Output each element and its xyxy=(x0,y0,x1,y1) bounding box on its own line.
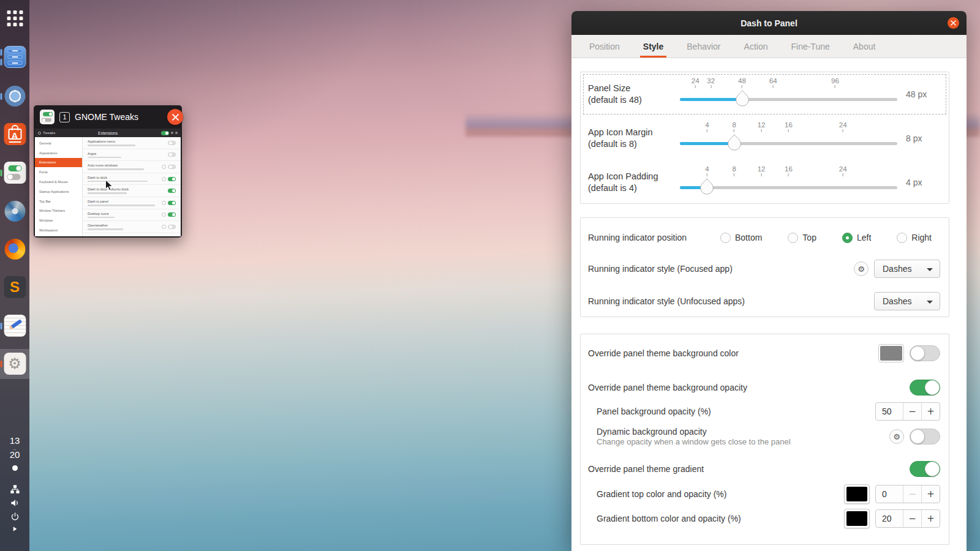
panel-size-row: Panel Size (default is 48) 2432486496 48… xyxy=(581,72,949,116)
slider-track[interactable] xyxy=(680,142,897,145)
radio-icon xyxy=(897,233,907,243)
volume-icon[interactable] xyxy=(10,498,20,508)
gradient-top-color-swatch[interactable] xyxy=(844,484,870,504)
gradient-bottom-spinner[interactable]: 20 − + xyxy=(875,509,940,528)
tweaks-sidebar: GeneralAppearanceExtensionsFontsKeyboard… xyxy=(35,137,83,236)
panel-opacity-spinner[interactable]: 50 − + xyxy=(875,402,940,421)
window-count-badge: 1 xyxy=(59,112,70,122)
app-icon-padding-label: App Icon Padding xyxy=(588,171,680,182)
mini-toggle xyxy=(168,225,176,229)
panel-size-slider[interactable]: 2432486496 xyxy=(680,72,897,116)
mini-toggle xyxy=(168,201,176,205)
tweaks-sidebar-item: General xyxy=(35,138,82,148)
slider-tick: 12 xyxy=(758,121,766,132)
radio-left[interactable]: Left xyxy=(842,233,871,243)
dock-item-files[interactable] xyxy=(4,46,26,69)
tab-style[interactable]: Style xyxy=(631,35,675,58)
window-close-button[interactable] xyxy=(948,17,959,29)
indicator-style-unfocused-label: Running indicator style (Unfocused apps) xyxy=(588,296,745,306)
chromium-icon xyxy=(4,86,25,107)
increment-button[interactable]: + xyxy=(921,485,940,503)
indicator-style-focused-row: Running indicator style (Focused app) ⚙ … xyxy=(581,252,949,285)
titlebar[interactable]: Dash to Panel xyxy=(571,11,967,35)
tweaks-extension-row: Auto move windows xyxy=(83,161,181,173)
expand-caret-icon[interactable] xyxy=(11,525,18,533)
system-tray xyxy=(0,485,29,533)
gear-icon xyxy=(162,212,166,217)
slider-thumb[interactable] xyxy=(699,178,715,198)
window-control-dot xyxy=(175,132,178,134)
increment-button[interactable]: + xyxy=(921,403,940,420)
panel-size-default: (default is 48) xyxy=(588,94,680,106)
dock-item-text-editor[interactable] xyxy=(4,315,26,337)
tweaks-sidebar-item: Startup Applications xyxy=(35,187,82,197)
tab-bar: Position Style Behavior Action Fine-Tune… xyxy=(571,35,967,58)
gradient-bottom-color-swatch[interactable] xyxy=(844,509,870,528)
sublime-text-icon: S xyxy=(4,276,26,298)
dynamic-opacity-row: Dynamic background opacity Change opacit… xyxy=(581,423,949,450)
tab-position[interactable]: Position xyxy=(578,35,631,58)
dock-clock[interactable]: 13 20 xyxy=(0,436,29,471)
dock-item-chromium[interactable] xyxy=(4,85,26,108)
unfocused-style-dropdown[interactable]: Dashes xyxy=(874,292,940,310)
tab-action[interactable]: Action xyxy=(733,35,780,58)
decrement-button[interactable]: − xyxy=(903,510,921,527)
app-icon-padding-default: (default is 4) xyxy=(588,182,680,194)
dock-item-shutter[interactable] xyxy=(4,200,26,223)
gear-icon xyxy=(162,201,166,205)
indicator-style-focused-label: Running indicator style (Focused app) xyxy=(588,264,733,274)
focused-style-dropdown[interactable]: Dashes xyxy=(874,260,940,278)
gradient-top-spinner[interactable]: 0 − + xyxy=(875,485,940,503)
increment-button[interactable]: + xyxy=(921,510,940,527)
radio-bottom[interactable]: Bottom xyxy=(720,233,762,243)
gear-icon xyxy=(162,165,166,169)
show-applications-button[interactable] xyxy=(4,7,26,30)
dock-item-ubuntu-software[interactable]: A xyxy=(4,123,26,146)
tab-fine-tune[interactable]: Fine-Tune xyxy=(779,35,841,58)
notification-dot xyxy=(12,465,18,471)
thumbnail-titlebar: Tweaks Extensions xyxy=(35,129,181,137)
mini-toggle xyxy=(168,177,176,181)
radio-right[interactable]: Right xyxy=(897,233,932,243)
ubuntu-software-icon: A xyxy=(4,123,26,145)
dynamic-opacity-sublabel: Change opacity when a window gets close … xyxy=(597,437,791,446)
bg-color-toggle[interactable] xyxy=(910,345,940,361)
mouse-cursor xyxy=(105,180,114,191)
window-thumbnail[interactable]: Tweaks Extensions GeneralAppearanceExten… xyxy=(35,129,181,236)
slider-track[interactable] xyxy=(680,98,897,101)
close-icon xyxy=(172,114,179,121)
tab-behavior[interactable]: Behavior xyxy=(675,35,732,58)
bg-opacity-toggle[interactable] xyxy=(910,380,940,395)
gradient-bottom-row: Gradient bottom color and opacity (%) 20… xyxy=(581,506,949,531)
decrement-button[interactable]: − xyxy=(903,485,921,503)
tab-about[interactable]: About xyxy=(842,35,888,58)
dock-item-settings[interactable]: ⚙ xyxy=(4,353,26,375)
desktop-wallpaper: A S ⚙ 13 20 xyxy=(0,0,980,551)
dock-item-gnome-tweaks[interactable] xyxy=(4,162,26,184)
bg-opacity-label: Override panel theme background opacity xyxy=(588,383,747,392)
tweaks-sidebar-item: Extensions xyxy=(35,158,82,168)
dynamic-opacity-toggle[interactable] xyxy=(910,429,940,444)
preview-close-button[interactable] xyxy=(167,109,183,125)
bg-color-swatch[interactable] xyxy=(878,344,904,362)
slider-thumb[interactable] xyxy=(726,133,742,154)
app-icon-padding-slider[interactable]: 48121624 xyxy=(680,160,897,204)
dynamic-opacity-options-button[interactable]: ⚙ xyxy=(889,429,904,444)
tweaks-extension-row: Openweather xyxy=(83,221,181,233)
app-icon-padding-row: App Icon Padding (default is 4) 48121624… xyxy=(581,160,949,204)
tweaks-extension-row: Applications menu xyxy=(83,137,181,149)
radio-top[interactable]: Top xyxy=(788,233,816,243)
tweaks-sidebar-item: Fonts xyxy=(35,167,82,177)
dock-item-sublime-text[interactable]: S xyxy=(4,276,26,299)
slider-tick: 64 xyxy=(769,77,777,88)
gear-icon: ⚙ xyxy=(858,264,865,274)
decrement-button[interactable]: − xyxy=(903,403,921,420)
dock-item-firefox[interactable] xyxy=(4,238,26,261)
focused-style-options-button[interactable]: ⚙ xyxy=(854,261,869,276)
gradient-bottom-label: Gradient bottom color and opacity (%) xyxy=(597,514,741,523)
power-icon[interactable] xyxy=(10,512,20,521)
slider-thumb[interactable] xyxy=(734,89,750,110)
network-icon[interactable] xyxy=(10,485,20,494)
gradient-toggle[interactable] xyxy=(910,461,940,477)
app-icon-margin-slider[interactable]: 48121624 xyxy=(680,116,897,160)
